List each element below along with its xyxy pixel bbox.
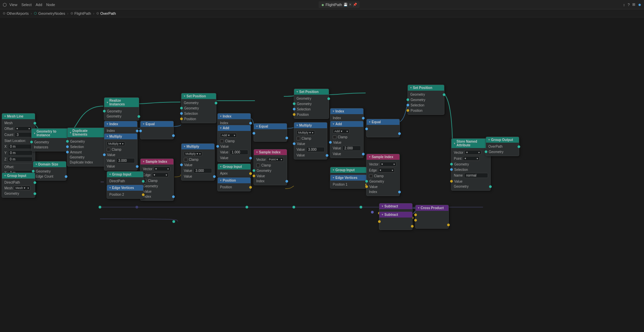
node-title: Set Position (299, 90, 319, 94)
clamp-chk[interactable] (333, 135, 336, 139)
node-canvas[interactable]: ▾ Mesh Line Mesh Offset ▾ Count 3 Start … (0, 17, 644, 332)
node-sub1-header[interactable]: ▾ Subtract (379, 203, 412, 209)
op-dd[interactable]: Multiply ▾ (184, 151, 202, 156)
clamp-chk[interactable] (297, 137, 300, 140)
breadcrumb: ⊙ OtherAirports › ⬡ GeometryNodes › ⊙ Fl… (0, 9, 644, 17)
vec-dd[interactable]: ▾ (465, 150, 481, 155)
node-pos1-header[interactable]: ▾ Position (218, 178, 251, 183)
val2[interactable]: 3.000 (116, 158, 135, 163)
breadcrumb-item-1[interactable]: GeometryNodes (38, 11, 65, 15)
row-clamp: Clamp (104, 147, 137, 152)
x-val[interactable]: 0 m (8, 144, 33, 149)
node-eq1-header[interactable]: ▾ Equal (141, 121, 173, 127)
node-gi4-header[interactable]: ▾ Group Input (330, 167, 367, 173)
node-multiply-2: ▾ Multiply Multiply ▾ Clamp Value Value … (181, 143, 215, 181)
clamp-chk[interactable] (369, 174, 373, 178)
node-gi2-header[interactable]: ▾ Group Input (107, 172, 143, 177)
node-sp1-header[interactable]: ▾ Set Position (181, 93, 216, 99)
node-idx2-header[interactable]: ▾ Index (218, 113, 251, 119)
val2[interactable]: 3.000 (194, 168, 212, 173)
node-cp-header[interactable]: ▾ Cross Product (416, 205, 448, 211)
breadcrumb-sep-1: › (67, 11, 68, 15)
node-cross-product: ▾ Cross Product (415, 205, 449, 229)
node-si1-header[interactable]: ▾ Sample Index (141, 159, 173, 164)
val2[interactable]: 2.000 (342, 146, 361, 151)
val2[interactable]: 3.000 (306, 147, 325, 152)
op-dd[interactable]: Multiply ▾ (297, 130, 315, 135)
vec-dd[interactable]: Point ▾ (267, 157, 284, 162)
row-index-out: Index (104, 128, 137, 133)
node-body: Geometry Geometry (104, 107, 139, 120)
node-ri-header[interactable]: ▾ Realize Instances (104, 98, 139, 107)
node-sp2-header[interactable]: ▾ Set Position (294, 89, 329, 95)
node-add2-header[interactable]: ▾ Add (330, 121, 363, 127)
breadcrumb-item-2[interactable]: FlightPath (74, 11, 91, 15)
row-amount-in: Amount (67, 149, 105, 155)
node-sub2-header[interactable]: ▾ Subtract (379, 212, 412, 218)
row-val-in: Value (254, 173, 287, 179)
node-gti-header[interactable]: ▾ Geometry to Instance (32, 129, 69, 138)
node-idx1-header[interactable]: ▾ Index (104, 121, 137, 127)
mesh-dd[interactable]: Mesh ▾ (14, 186, 31, 190)
row-geo-in: Geometry (67, 139, 105, 144)
row-name-in: Name normal (451, 172, 490, 179)
node-de-header[interactable]: ▾ Duplicate Elements (67, 128, 105, 137)
op-dd[interactable]: Add ▾ (333, 129, 350, 134)
val2[interactable]: 1.000 (230, 150, 248, 155)
node-gi1-header[interactable]: ▾ Group Input (2, 173, 35, 179)
clamp-chk[interactable] (184, 158, 187, 161)
point-dd[interactable]: ▾ (463, 156, 480, 161)
breadcrumb-item-0[interactable]: OtherAirports (7, 11, 29, 15)
count-val[interactable]: 3 (15, 132, 33, 137)
question-icon[interactable]: ? (628, 3, 630, 7)
name-val[interactable]: normal (464, 173, 488, 178)
menu-view[interactable]: View (9, 3, 17, 7)
node-eq2-header[interactable]: ▾ Equal (254, 124, 287, 129)
collapse-icon[interactable]: ▾ (4, 115, 6, 118)
layout-icon[interactable]: ⊞ (632, 2, 635, 7)
node-sna-header[interactable]: ▾ Store Named Attribute (451, 139, 490, 148)
node-ev1-header[interactable]: ▾ Edge Vertices (107, 185, 143, 191)
title-close-icon[interactable]: ✕ (349, 3, 352, 6)
menu-node[interactable]: Node (46, 3, 55, 7)
menu-add[interactable]: Add (36, 3, 42, 7)
vec-dd[interactable]: ▾ (380, 162, 396, 167)
clamp-chk[interactable] (107, 148, 110, 151)
node-body: Add ▾ Clamp Value Value 1.000 Value (218, 131, 251, 162)
user-icon[interactable]: ● (638, 2, 641, 8)
row-clamp: Clamp (141, 178, 173, 183)
node-mul1-header[interactable]: ▾ Multiply (104, 134, 137, 139)
node-mul2-header[interactable]: ▾ Multiply (181, 144, 214, 149)
clamp-chk[interactable] (256, 163, 260, 167)
edge-dd[interactable]: ▾ (152, 173, 169, 177)
node-mul3-header[interactable]: ▾ Multiply (294, 123, 327, 128)
node-add1-header[interactable]: ▾ Add (218, 125, 251, 131)
node-ev2-header[interactable]: ▾ Edge Vertices (330, 175, 367, 181)
node-si3-header[interactable]: ▾ Sample Index (367, 154, 399, 160)
vec-dd[interactable]: ▾ (154, 167, 170, 171)
y-val[interactable]: 0 m (8, 150, 33, 155)
clamp-chk[interactable] (220, 139, 224, 143)
node-go-header[interactable]: ▾ Group Output (486, 137, 519, 143)
node-si2-header[interactable]: ▾ Sample Index (254, 149, 287, 155)
op-dd[interactable]: Add ▾ (220, 133, 237, 138)
op-dd[interactable]: Multiply ▾ (107, 141, 125, 146)
node-sp3-header[interactable]: ▾ Set Position (408, 85, 444, 91)
row-in (379, 219, 412, 224)
svg-point-2 (246, 206, 248, 208)
node-geo-to-instance: ▾ Geometry to Instance Geometry Instance… (31, 128, 70, 151)
title-pin-icon[interactable]: 📌 (353, 3, 357, 6)
node-domain-size-header[interactable]: ▾ Domain Size (33, 161, 66, 167)
node-idx3-header[interactable]: ▾ Index (330, 108, 363, 114)
z-val[interactable]: 0 m (8, 157, 33, 162)
sync-icon[interactable]: ↕ (623, 3, 625, 7)
blender-logo-icon[interactable]: ⬡ (3, 2, 7, 7)
breadcrumb-item-3[interactable]: OverPath (100, 11, 116, 15)
title-save-icon[interactable]: 💾 (343, 3, 347, 6)
node-eq3-header[interactable]: ▾ Equal (367, 119, 399, 125)
edge-dd[interactable]: ▾ (378, 168, 395, 173)
offset-dropdown[interactable]: ▾ (15, 126, 32, 131)
node-gi3-header[interactable]: ▾ Group Input (218, 164, 251, 170)
node-mesh-line-header[interactable]: ▾ Mesh Line (2, 113, 35, 119)
menu-select[interactable]: Select (21, 3, 32, 7)
